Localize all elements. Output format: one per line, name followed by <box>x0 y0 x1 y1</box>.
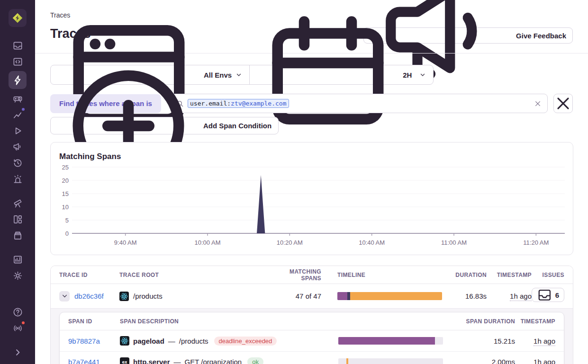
gear-icon <box>12 270 23 281</box>
sidebar-item-help[interactable] <box>9 304 26 320</box>
trace-timeline <box>337 292 442 300</box>
span-timeline <box>338 337 443 345</box>
help-icon <box>12 307 23 318</box>
separator: — <box>174 358 181 364</box>
sidebar-item-discover[interactable] <box>9 195 26 211</box>
projects-icon <box>12 56 23 67</box>
span-timestamp[interactable]: 1h ago <box>534 337 555 346</box>
svg-text:20: 20 <box>62 177 69 184</box>
span-table: SPAN ID SPAN DESCRIPTION SPAN DURATION T… <box>59 312 564 364</box>
inbox-icon <box>537 287 552 303</box>
sidebar-item-performance[interactable] <box>9 90 26 107</box>
play-icon <box>12 125 23 136</box>
trace-table-header: TRACE ID TRACE ROOT MATCHING SPANS TIMEL… <box>51 266 573 284</box>
span-op: http.server <box>133 358 170 364</box>
matching-spans-panel: Matching Spans 05101520259:40 AM10:00 AM… <box>50 142 573 255</box>
span-timestamp[interactable]: 1h ago <box>534 358 555 364</box>
issues-icon <box>12 40 23 51</box>
time-range-selector[interactable]: 2H <box>250 65 433 84</box>
projector-icon <box>12 93 23 104</box>
span-op: pageload <box>133 337 164 345</box>
span-id-link[interactable]: 9b78827a <box>68 337 100 345</box>
col-span-id: SPAN ID <box>68 318 120 325</box>
sidebar-item-alerts[interactable] <box>9 171 26 187</box>
sidebar-item-dashboards[interactable] <box>9 211 26 227</box>
siren-icon <box>12 174 23 185</box>
main-content: Traces Traces Give Feedback All Envs 2H … <box>35 0 588 364</box>
issues-count: 6 <box>555 291 559 299</box>
sidebar-item-projects[interactable] <box>9 53 26 70</box>
notification-dot <box>21 107 26 112</box>
col-trace-id: TRACE ID <box>59 272 119 278</box>
app-logo-icon <box>11 12 24 24</box>
trace-row: db26c36f /products 47 of 47 16.83s 1h ag… <box>51 284 573 309</box>
col-span-duration: SPAN DURATION <box>466 318 515 325</box>
sidebar-item-whats-new[interactable] <box>9 320 26 336</box>
chart-canvas: 05101520259:40 AM10:00 AM10:20 AM10:40 A… <box>51 160 573 254</box>
app-logo[interactable] <box>9 9 27 27</box>
timeline-segment <box>350 292 442 300</box>
give-feedback-label: Give Feedback <box>516 32 566 40</box>
matching-spans-count: 47 of 47 <box>296 292 321 300</box>
col-matching-spans: MATCHING SPANS <box>269 268 321 282</box>
sidebar-nav-main <box>9 37 27 284</box>
sidebar-item-settings[interactable] <box>9 267 26 284</box>
react-icon <box>119 292 129 301</box>
span-duration: 2.00ms <box>492 358 515 364</box>
close-icon <box>554 94 572 113</box>
megaphone-icon <box>12 142 23 152</box>
svg-text:25: 25 <box>62 164 69 171</box>
span-description: /products <box>179 337 208 345</box>
span-search-input[interactable]: user.email:ztv@example.com <box>170 94 548 113</box>
react-icon <box>120 336 129 346</box>
span-table-header: SPAN ID SPAN DESCRIPTION SPAN DURATION T… <box>60 312 564 330</box>
svg-text:ex: ex <box>122 359 127 364</box>
express-icon: ex <box>120 357 129 364</box>
span-row: 9b78827a pageload — /products deadline_e… <box>60 330 564 351</box>
sidebar-item-replays[interactable] <box>9 123 26 139</box>
svg-text:15: 15 <box>62 190 69 197</box>
history-icon <box>12 158 23 169</box>
trace-timestamp[interactable]: 1h ago <box>510 292 532 301</box>
stats-icon <box>12 254 23 265</box>
add-span-condition-button[interactable]: Add Span Condition <box>50 117 279 134</box>
chevron-down-icon <box>419 71 426 78</box>
remove-condition-button[interactable] <box>553 94 573 113</box>
span-id-link[interactable]: b7a7e441 <box>68 358 100 364</box>
col-span-timestamp: TIMESTAMP <box>521 318 555 325</box>
sidebar-item-history[interactable] <box>9 155 26 171</box>
span-timeline <box>338 358 443 364</box>
trace-duration: 16.83s <box>465 292 487 300</box>
clear-search-icon[interactable] <box>534 100 542 107</box>
chevron-down-icon <box>235 71 242 78</box>
svg-text:11:00 AM: 11:00 AM <box>441 239 467 246</box>
sidebar-nav-bottom <box>9 304 26 360</box>
sidebar-item-metrics[interactable] <box>9 107 26 123</box>
collapse-row-button[interactable] <box>59 291 70 302</box>
trace-id-link[interactable]: db26c36f <box>74 292 104 300</box>
col-trace-root: TRACE ROOT <box>119 272 269 278</box>
sidebar-item-releases[interactable] <box>9 227 26 243</box>
lightning-icon <box>12 75 23 86</box>
span-description: GET /organization <box>185 358 242 364</box>
telescope-icon <box>12 198 23 209</box>
sidebar-item-user-feedback[interactable] <box>9 139 26 155</box>
sidebar-item-traces[interactable] <box>9 71 27 89</box>
time-range-label: 2H <box>403 71 412 79</box>
archive-icon <box>12 230 23 241</box>
sidebar-item-collapse[interactable] <box>9 344 26 360</box>
sidebar-item-issues[interactable] <box>9 37 26 53</box>
expanded-trace-region: SPAN ID SPAN DESCRIPTION SPAN DURATION T… <box>51 309 573 364</box>
sidebar <box>0 0 35 364</box>
timeline-segment <box>346 358 349 364</box>
svg-text:10: 10 <box>62 204 69 211</box>
issues-button[interactable]: 6 <box>532 288 564 302</box>
search-token-value: ztv@example.com <box>231 100 286 107</box>
separator: — <box>168 337 175 345</box>
col-timestamp: TIMESTAMP <box>497 272 532 278</box>
search-token[interactable]: user.email:ztv@example.com <box>188 99 289 108</box>
col-issues: ISSUES <box>543 272 564 278</box>
sidebar-item-stats[interactable] <box>9 251 26 267</box>
svg-text:10:20 AM: 10:20 AM <box>277 239 303 246</box>
notification-dot <box>21 320 26 325</box>
